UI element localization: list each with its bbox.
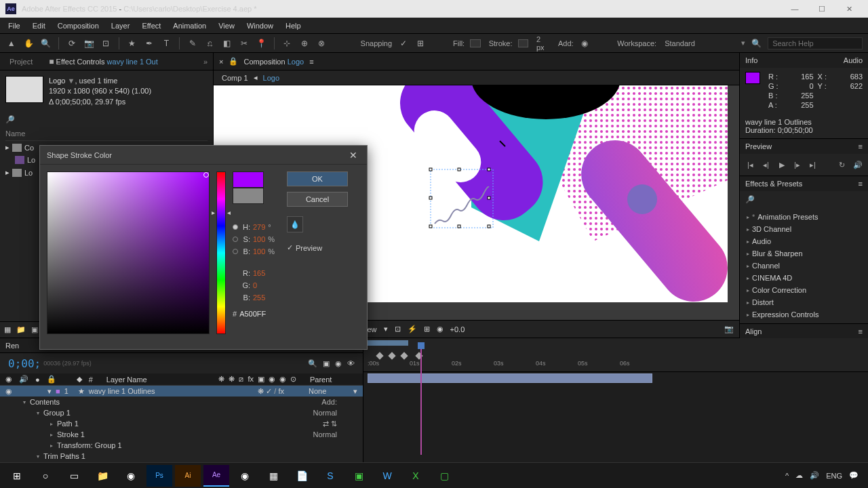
- stroke-swatch[interactable]: [518, 39, 528, 47]
- color-field-cursor[interactable]: [203, 172, 209, 178]
- shy-icon[interactable]: 👁: [347, 359, 355, 368]
- layer-duration-bar[interactable]: [368, 373, 652, 383]
- tab-effect-controls[interactable]: ■ Effect Controls wavy line 1 Out: [45, 54, 162, 69]
- local-axis-icon[interactable]: ⊹: [281, 37, 293, 49]
- chevron-down-icon[interactable]: ▾: [23, 399, 26, 405]
- layer-name-column[interactable]: Layer Name: [106, 375, 147, 384]
- file-explorer-icon[interactable]: 📁: [90, 465, 115, 487]
- effect-category[interactable]: ▸Distort: [740, 296, 868, 308]
- menu-effect[interactable]: Effect: [142, 22, 161, 30]
- interpret-footage-icon[interactable]: ▦: [4, 325, 11, 334]
- switches-icon[interactable]: ❋: [218, 375, 224, 384]
- panel-menu-icon[interactable]: ≡: [859, 142, 863, 150]
- menu-window[interactable]: Window: [247, 22, 273, 30]
- chevron-right-icon[interactable]: ▸: [50, 421, 53, 427]
- shape-tool-icon[interactable]: ★: [126, 37, 138, 49]
- lock-column-icon[interactable]: 🔒: [47, 375, 56, 384]
- menu-edit[interactable]: Edit: [33, 22, 45, 30]
- current-time-indicator[interactable]: [420, 346, 422, 455]
- ok-button[interactable]: OK: [287, 171, 348, 186]
- property-row[interactable]: ▸Transform: Group 1: [0, 440, 363, 451]
- world-axis-icon[interactable]: ⊕: [298, 37, 310, 49]
- eyedropper-button[interactable]: 💧: [287, 216, 303, 232]
- add-menu[interactable]: Add:: [321, 398, 357, 406]
- aftereffects-icon[interactable]: Ae: [203, 465, 229, 487]
- first-frame-icon[interactable]: |◂: [745, 159, 755, 170]
- search-help-input[interactable]: [768, 37, 863, 49]
- hand-tool-icon[interactable]: ✋: [22, 37, 34, 49]
- preview-panel-header[interactable]: Preview≡: [740, 139, 868, 154]
- lock-icon[interactable]: 🔒: [229, 57, 238, 66]
- add-menu-icon[interactable]: ◉: [579, 37, 591, 49]
- pixel-aspect-icon[interactable]: ⊡: [395, 325, 401, 333]
- roto-tool-icon[interactable]: ✂: [238, 37, 250, 49]
- hex-value[interactable]: A500FF: [239, 310, 266, 318]
- timeline-track-area[interactable]: :00s 01s 02s 03s 04s 05s 06s: [363, 338, 868, 473]
- word-icon[interactable]: W: [374, 465, 400, 487]
- cancel-button[interactable]: Cancel: [287, 192, 348, 207]
- new-comp-icon[interactable]: ▣: [31, 325, 38, 334]
- skype-icon[interactable]: S: [317, 465, 343, 487]
- effect-category[interactable]: ▸Color Correction: [740, 284, 868, 296]
- calculator-icon[interactable]: ▦: [260, 465, 286, 487]
- chrome-icon[interactable]: ◉: [118, 465, 144, 487]
- hue-marker-right-icon[interactable]: ◂: [227, 209, 231, 216]
- property-row[interactable]: ▸Stroke 1Normal: [0, 429, 363, 440]
- tray-up-icon[interactable]: ^: [785, 472, 789, 480]
- preview-checkbox[interactable]: ✓Preview: [287, 243, 348, 252]
- app-icon[interactable]: ▣: [346, 465, 372, 487]
- minimize-button[interactable]: —: [781, 0, 808, 18]
- search-icon[interactable]: 🔎: [745, 195, 755, 203]
- notepad-icon[interactable]: 📄: [289, 465, 315, 487]
- exposure-value[interactable]: +0.0: [450, 325, 465, 333]
- comp-mini-flowchart-icon[interactable]: ▣: [323, 359, 330, 368]
- align-panel-header[interactable]: Align≡: [740, 324, 868, 339]
- parent-dropdown[interactable]: None: [309, 387, 349, 395]
- effects-panel-header[interactable]: Effects & Presets≡: [740, 176, 868, 191]
- excel-icon[interactable]: X: [403, 465, 429, 487]
- effect-category[interactable]: ▸*Animation Presets: [740, 211, 868, 223]
- time-ruler[interactable]: :00s 01s 02s 03s 04s 05s 06s: [363, 338, 868, 372]
- pen-tool-icon[interactable]: ✒: [143, 37, 155, 49]
- bright-value[interactable]: 100: [253, 247, 265, 256]
- rotate-tool-icon[interactable]: ⟳: [66, 37, 77, 49]
- chevron-down-icon[interactable]: ▾: [47, 387, 52, 396]
- info-panel-header[interactable]: InfoAudio: [740, 53, 868, 68]
- audio-column-icon[interactable]: 🔊: [19, 375, 28, 384]
- app-icon[interactable]: ◉: [232, 465, 258, 487]
- comp-thumbnail[interactable]: [5, 76, 43, 103]
- crumb-logo[interactable]: Logo: [263, 74, 279, 82]
- clone-tool-icon[interactable]: ⎌: [203, 37, 215, 49]
- system-tray[interactable]: ^ ☁ 🔊 ENG 💬: [785, 471, 864, 480]
- menu-file[interactable]: File: [8, 22, 20, 30]
- eye-column-icon[interactable]: ◉: [5, 375, 12, 384]
- text-tool-icon[interactable]: T: [161, 37, 172, 49]
- chevron-right-icon[interactable]: ▸: [50, 432, 53, 438]
- timecode-value[interactable]: 0;00;: [8, 357, 41, 370]
- next-frame-icon[interactable]: |▸: [792, 159, 802, 170]
- red-value[interactable]: 165: [253, 269, 265, 277]
- keyframe-icon[interactable]: [400, 352, 408, 359]
- chevron-down-icon[interactable]: ▾: [353, 387, 357, 396]
- sat-value[interactable]: 100: [253, 235, 265, 243]
- hue-value[interactable]: 279: [253, 223, 265, 231]
- chevron-down-icon[interactable]: ▾: [384, 325, 388, 333]
- illustrator-icon[interactable]: Ai: [175, 465, 201, 487]
- eye-icon[interactable]: ◉: [5, 387, 12, 396]
- mute-icon[interactable]: 🔊: [852, 159, 863, 170]
- close-button[interactable]: ✕: [835, 0, 863, 18]
- close-tab-icon[interactable]: ×: [219, 58, 223, 66]
- property-row[interactable]: ▸Path 1⇄ ⇅: [0, 418, 363, 429]
- comp-flowchart-icon[interactable]: ◉: [437, 325, 443, 333]
- fill-swatch[interactable]: [470, 39, 480, 47]
- effect-category[interactable]: ▸Channel: [740, 260, 868, 272]
- audio-tab[interactable]: Audio: [844, 56, 863, 64]
- keyframe-icon[interactable]: [376, 352, 383, 359]
- prev-frame-icon[interactable]: ◂|: [761, 159, 771, 170]
- effect-category[interactable]: ▸Blur & Sharpen: [740, 247, 868, 260]
- cloud-icon[interactable]: ☁: [795, 471, 803, 480]
- keyframe-icon[interactable]: [388, 352, 395, 359]
- property-row[interactable]: ▾Group 1Normal: [0, 407, 363, 418]
- column-header-name[interactable]: Name: [5, 127, 208, 141]
- layer-row[interactable]: ◉ ▾ ■ 1 ★ wavy line 1 Outlines ❋ ✓ / fx …: [0, 386, 363, 396]
